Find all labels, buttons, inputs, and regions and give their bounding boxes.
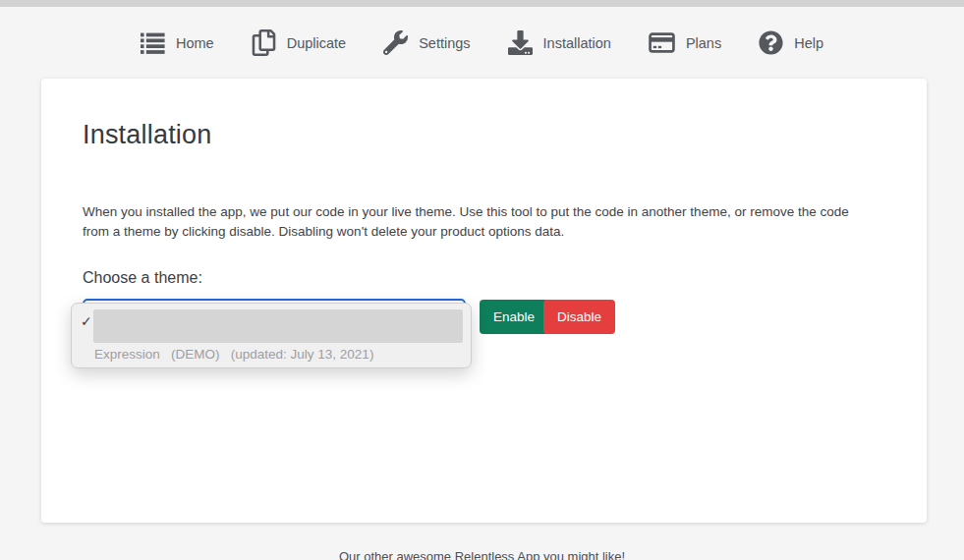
top-navigation: Home Duplicate Settings Installation <box>0 7 964 79</box>
nav-label: Settings <box>419 35 470 51</box>
nav-label: Duplicate <box>287 35 346 51</box>
page-title: Installation <box>83 120 211 150</box>
help-icon <box>759 30 783 55</box>
nav-label: Plans <box>686 35 721 51</box>
nav-item-help[interactable]: Help <box>759 30 823 55</box>
download-icon <box>508 30 533 55</box>
installation-description: When you installed the app, we put our c… <box>83 202 869 242</box>
disable-button[interactable]: Disable <box>543 300 615 334</box>
nav-label: Help <box>794 35 823 51</box>
nav-item-plans[interactable]: Plans <box>649 30 721 55</box>
installation-card: Installation When you installed the app,… <box>41 79 927 523</box>
nav-item-duplicate[interactable]: Duplicate <box>252 29 346 56</box>
list-icon <box>141 30 165 55</box>
footer-text: Our other awesome Relentless App you mig… <box>0 549 964 560</box>
clipped-window-strip <box>0 0 964 7</box>
choose-theme-label: Choose a theme: <box>83 269 202 287</box>
enable-button[interactable]: Enable <box>480 300 548 334</box>
nav-item-settings[interactable]: Settings <box>383 30 470 55</box>
nav-label: Home <box>176 35 214 51</box>
credit-card-icon <box>649 30 675 55</box>
nav-item-installation[interactable]: Installation <box>508 30 611 55</box>
dropdown-option[interactable]: Expression (DEMO) (updated: July 13, 202… <box>94 347 373 362</box>
dropdown-option-selected[interactable] <box>93 309 463 343</box>
wrench-icon <box>383 30 408 55</box>
nav-item-home[interactable]: Home <box>141 30 214 55</box>
nav-label: Installation <box>543 35 611 51</box>
theme-dropdown-popup: ✓ Expression (DEMO) (updated: July 13, 2… <box>71 303 472 368</box>
checkmark-icon: ✓ <box>81 313 92 329</box>
duplicate-icon <box>252 29 276 56</box>
